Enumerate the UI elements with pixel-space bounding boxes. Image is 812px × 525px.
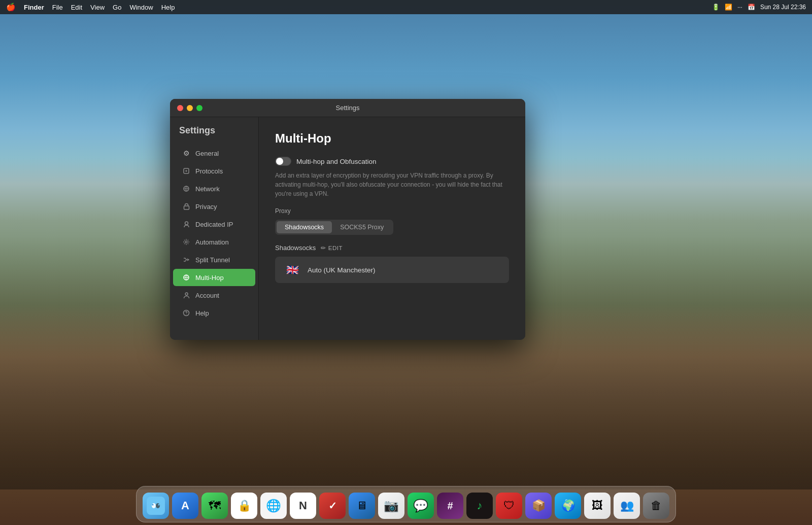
menubar: 🍎 Finder File Edit View Go Window Help 🔋… xyxy=(0,0,812,14)
dedicated-ip-icon xyxy=(182,220,190,228)
toggle-row: Multi-hop and Obfuscation xyxy=(275,157,509,166)
sidebar-label-multi-hop: Multi-Hop xyxy=(195,274,224,282)
menubar-left: 🍎 Finder File Edit View Go Window Help xyxy=(6,3,175,12)
sidebar-label-automation: Automation xyxy=(195,238,229,246)
sidebar-label-network: Network xyxy=(195,185,220,193)
dock-icon-todoist[interactable]: ✓ xyxy=(319,493,346,519)
battery-icon: 🔋 xyxy=(712,4,720,11)
wifi-icon: 📶 xyxy=(725,4,732,11)
dock-icon-jump[interactable]: 🖥 xyxy=(349,493,375,519)
window-close-button[interactable] xyxy=(177,105,183,111)
window-title: Settings xyxy=(336,104,360,112)
account-icon xyxy=(182,291,190,299)
dock-icon-mullvad[interactable]: 🔒 xyxy=(231,493,257,519)
menubar-help[interactable]: Help xyxy=(161,4,175,11)
sidebar-label-protocols: Protocols xyxy=(195,167,223,175)
menubar-view[interactable]: View xyxy=(90,4,105,11)
sidebar-item-automation[interactable]: Automation xyxy=(173,233,255,251)
sidebar-item-network[interactable]: Network xyxy=(173,180,255,197)
sidebar-title: Settings xyxy=(170,125,258,144)
svg-point-10 xyxy=(186,314,186,314)
svg-point-13 xyxy=(156,503,160,508)
toggle-label: Multi-hop and Obfuscation xyxy=(296,158,377,165)
shadowsocks-header: Shadowsocks ✏ EDIT xyxy=(275,244,509,252)
dock-icon-notion[interactable]: N xyxy=(290,493,316,519)
sidebar-label-account: Account xyxy=(195,292,219,299)
dock-icon-slack[interactable]: # xyxy=(437,493,463,519)
svg-rect-3 xyxy=(184,206,189,209)
menubar-file[interactable]: File xyxy=(52,4,63,11)
help-icon xyxy=(182,309,190,317)
dock-icon-photos[interactable]: 📷 xyxy=(378,493,404,519)
svg-point-4 xyxy=(185,222,188,225)
sidebar-label-split-tunnel: Split Tunnel xyxy=(195,256,230,264)
edit-button[interactable]: ✏ EDIT xyxy=(321,244,343,252)
proxy-section-label: Proxy xyxy=(275,207,509,215)
menubar-edit[interactable]: Edit xyxy=(71,4,82,11)
multi-hop-icon xyxy=(182,273,190,282)
sidebar-label-dedicated-ip: Dedicated IP xyxy=(195,221,233,228)
network-icon xyxy=(182,185,190,193)
dock: A 🗺 🔒 🌐 N ✓ 🖥 📷 💬 # ♪ 🛡 📦 🌍 🖼 👥 🗑 xyxy=(136,486,676,522)
sidebar-label-general: General xyxy=(195,150,219,157)
dock-icon-maps[interactable]: 🗺 xyxy=(201,493,228,519)
datetime-display: Sun 28 Jul 22:36 xyxy=(760,4,806,11)
svg-point-12 xyxy=(152,503,156,508)
split-tunnel-icon xyxy=(182,256,190,264)
dock-icon-appstore[interactable]: A xyxy=(172,493,198,519)
server-row[interactable]: 🇬🇧 Auto (UK Manchester) xyxy=(275,257,509,283)
dock-icon-globe[interactable]: 🌍 xyxy=(555,493,581,519)
dock-icon-altstore[interactable]: 📦 xyxy=(525,493,552,519)
menubar-right: 🔋 📶 ··· 📅 Sun 28 Jul 22:36 xyxy=(712,4,806,11)
svg-point-5 xyxy=(185,241,187,243)
controlcenter-icon[interactable]: ··· xyxy=(737,4,742,11)
protocols-icon xyxy=(182,167,190,175)
window-maximize-button[interactable] xyxy=(196,105,202,111)
calendar-icon: 📅 xyxy=(748,4,755,11)
sidebar-item-general[interactable]: ⚙ General xyxy=(173,145,255,162)
server-name: Auto (UK Manchester) xyxy=(308,266,376,274)
edit-label: EDIT xyxy=(328,245,343,251)
content-area: Multi-Hop Multi-hop and Obfuscation Add … xyxy=(259,117,525,340)
window-controls xyxy=(177,105,202,111)
pencil-icon: ✏ xyxy=(321,244,326,252)
dock-icon-contacts[interactable]: 👥 xyxy=(614,493,640,519)
sidebar-item-help[interactable]: Help xyxy=(173,304,255,322)
description-text: Add an extra layer of encryption by rero… xyxy=(275,171,503,198)
svg-point-14 xyxy=(152,504,154,506)
sidebar-item-multi-hop[interactable]: Multi-Hop xyxy=(173,269,255,286)
flag-icon: 🇬🇧 xyxy=(284,264,300,276)
dock-icon-chrome[interactable]: 🌐 xyxy=(260,493,287,519)
automation-icon xyxy=(182,238,190,246)
sidebar-label-privacy: Privacy xyxy=(195,203,217,211)
proxy-tabs: Shadowsocks SOCKS5 Proxy xyxy=(275,220,393,235)
page-title: Multi-Hop xyxy=(275,131,509,146)
sidebar-item-split-tunnel[interactable]: Split Tunnel xyxy=(173,251,255,268)
menubar-go[interactable]: Go xyxy=(113,4,121,11)
sidebar-item-privacy[interactable]: Privacy xyxy=(173,198,255,215)
window-body: Settings ⚙ General Protocols xyxy=(170,117,525,340)
dock-icon-vpn[interactable]: 🛡 xyxy=(496,493,522,519)
svg-point-8 xyxy=(185,293,188,295)
sidebar-item-protocols[interactable]: Protocols xyxy=(173,162,255,180)
settings-window: Settings Settings ⚙ General Protocols xyxy=(170,99,525,340)
apple-menu[interactable]: 🍎 xyxy=(6,3,16,12)
menubar-app-name[interactable]: Finder xyxy=(24,4,44,11)
sidebar-item-dedicated-ip[interactable]: Dedicated IP xyxy=(173,216,255,233)
proxy-tab-socks5[interactable]: SOCKS5 Proxy xyxy=(332,221,392,233)
window-minimize-button[interactable] xyxy=(187,105,193,111)
proxy-tab-shadowsocks[interactable]: Shadowsocks xyxy=(277,221,332,233)
sidebar: Settings ⚙ General Protocols xyxy=(170,117,259,340)
multi-hop-toggle[interactable] xyxy=(275,157,291,166)
dock-icon-gallery[interactable]: 🖼 xyxy=(584,493,611,519)
shadowsocks-label: Shadowsocks xyxy=(275,244,316,252)
sidebar-item-account[interactable]: Account xyxy=(173,287,255,304)
menubar-window[interactable]: Window xyxy=(129,4,153,11)
dock-icon-spotify[interactable]: ♪ xyxy=(466,493,493,519)
dock-icon-whatsapp[interactable]: 💬 xyxy=(408,493,434,519)
privacy-icon xyxy=(182,202,190,211)
dock-icon-finder[interactable] xyxy=(143,493,169,519)
dock-icon-trash[interactable]: 🗑 xyxy=(643,493,669,519)
gear-icon: ⚙ xyxy=(182,149,190,157)
svg-point-15 xyxy=(158,504,160,506)
